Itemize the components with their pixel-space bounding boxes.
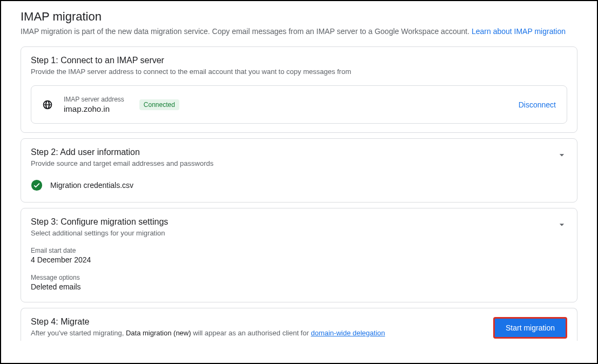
check-circle-icon bbox=[31, 179, 43, 191]
uploaded-file-row: Migration credentials.csv bbox=[21, 167, 577, 193]
step1-title: Step 1: Connect to an IMAP server bbox=[31, 56, 351, 65]
step2-desc: Provide source and target email addresse… bbox=[31, 159, 213, 167]
step4-desc-pre: After you've started migrating, bbox=[31, 329, 126, 337]
step2-card[interactable]: Step 2: Add user information Provide sou… bbox=[21, 138, 577, 203]
step3-desc: Select additional settings for your migr… bbox=[31, 229, 168, 237]
start-migration-button[interactable]: Start migration bbox=[493, 317, 567, 339]
chevron-down-icon[interactable] bbox=[556, 150, 567, 160]
svg-point-0 bbox=[31, 180, 42, 191]
step1-desc: Provide the IMAP server address to conne… bbox=[31, 68, 351, 76]
step4-desc: After you've started migrating, Data mig… bbox=[31, 329, 487, 337]
step1-card: Step 1: Connect to an IMAP server Provid… bbox=[21, 46, 577, 133]
chevron-down-icon[interactable] bbox=[556, 219, 567, 230]
step3-card[interactable]: Step 3: Configure migration settings Sel… bbox=[21, 208, 577, 302]
server-address-label: IMAP server address bbox=[64, 96, 124, 103]
page-subtitle: IMAP migration is part of the new data m… bbox=[21, 27, 577, 36]
globe-icon bbox=[42, 99, 53, 110]
subtitle-text: IMAP migration is part of the new data m… bbox=[21, 27, 472, 36]
step2-title: Step 2: Add user information bbox=[31, 147, 213, 157]
server-address-value: imap.zoho.in bbox=[64, 104, 124, 113]
domain-delegation-link[interactable]: domain-wide delegation bbox=[311, 329, 385, 337]
step4-card: Step 4: Migrate After you've started mig… bbox=[21, 308, 577, 341]
disconnect-button[interactable]: Disconnect bbox=[519, 100, 556, 109]
step3-title: Step 3: Configure migration settings bbox=[31, 217, 168, 227]
step4-desc-post: will appear as an authorised client for bbox=[191, 329, 311, 337]
status-badge: Connected bbox=[139, 99, 179, 110]
page-title: IMAP migration bbox=[21, 10, 577, 24]
message-options-value: Deleted emails bbox=[31, 282, 567, 291]
step4-title: Step 4: Migrate bbox=[31, 317, 487, 327]
learn-link[interactable]: Learn about IMAP migration bbox=[472, 27, 566, 36]
file-name: Migration credentials.csv bbox=[50, 181, 133, 190]
email-start-date-label: Email start date bbox=[31, 247, 567, 254]
email-start-date-value: 4 December 2024 bbox=[31, 255, 567, 264]
step4-desc-bold: Data migration (new) bbox=[126, 329, 191, 337]
server-connection-box: IMAP server address imap.zoho.in Connect… bbox=[31, 85, 567, 124]
message-options-label: Message options bbox=[31, 274, 567, 281]
